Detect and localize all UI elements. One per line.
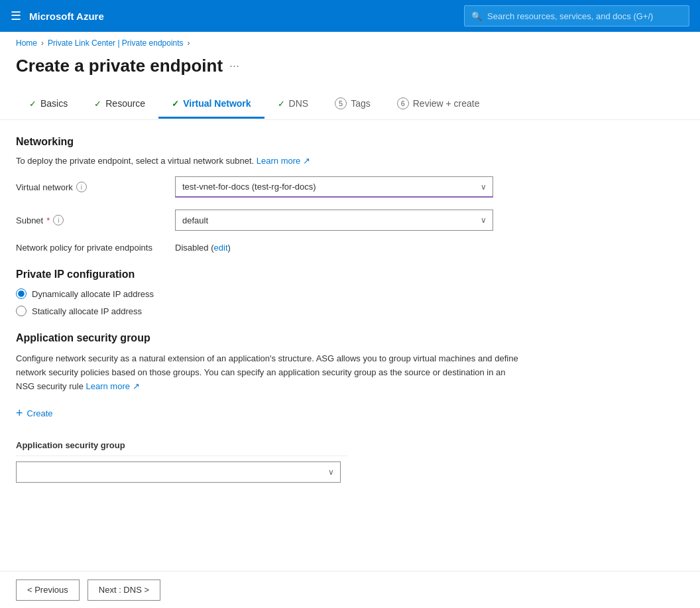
hamburger-icon[interactable]: ☰ bbox=[11, 9, 21, 23]
asg-select-row bbox=[16, 456, 347, 483]
tab-basics[interactable]: ✓ Basics bbox=[16, 90, 81, 119]
search-placeholder: Search resources, services, and docs (G+… bbox=[487, 11, 653, 21]
tab-dns-label: DNS bbox=[289, 98, 309, 109]
search-box[interactable]: 🔍 Search resources, services, and docs (… bbox=[464, 5, 689, 27]
static-ip-option[interactable]: Statically allocate IP address bbox=[16, 306, 581, 316]
tab-bar: ✓ Basics ✓ Resource ✓ Virtual Network ✓ … bbox=[0, 90, 700, 120]
dynamic-ip-radio[interactable] bbox=[16, 288, 27, 299]
tags-num: 5 bbox=[335, 97, 347, 109]
tab-virtual-network-label: Virtual Network bbox=[183, 98, 251, 109]
page-header: Create a private endpoint ··· bbox=[0, 52, 700, 90]
tab-virtual-network[interactable]: ✓ Virtual Network bbox=[158, 90, 264, 119]
breadcrumb-private-link[interactable]: Private Link Center | Private endpoints bbox=[48, 38, 184, 48]
vnet-check-icon: ✓ bbox=[172, 99, 179, 109]
tab-review-create[interactable]: 6 Review + create bbox=[384, 90, 493, 119]
basics-check-icon: ✓ bbox=[29, 99, 36, 109]
tab-resource[interactable]: ✓ Resource bbox=[81, 90, 158, 119]
asg-select[interactable] bbox=[16, 461, 341, 483]
breadcrumb: Home › Private Link Center | Private end… bbox=[0, 32, 700, 52]
resource-check-icon: ✓ bbox=[94, 99, 101, 109]
dynamic-ip-option[interactable]: Dynamically allocate IP address bbox=[16, 288, 581, 299]
subnet-select-wrapper: default bbox=[175, 210, 493, 231]
tab-dns[interactable]: ✓ DNS bbox=[264, 90, 322, 119]
topbar: ☰ Microsoft Azure 🔍 Search resources, se… bbox=[0, 0, 700, 32]
subnet-info-icon[interactable]: i bbox=[53, 215, 64, 225]
tab-tags-label: Tags bbox=[351, 98, 371, 109]
networking-section-title: Networking bbox=[16, 136, 581, 148]
subnet-row: Subnet * i default bbox=[16, 210, 581, 231]
dns-check-icon: ✓ bbox=[278, 99, 285, 109]
content-area: Networking To deploy the private endpoin… bbox=[0, 136, 597, 499]
breadcrumb-sep1: › bbox=[41, 38, 44, 48]
plus-icon: + bbox=[16, 406, 23, 420]
asg-section-title: Application security group bbox=[16, 332, 581, 344]
create-asg-label: Create bbox=[27, 408, 53, 418]
create-asg-button[interactable]: + Create bbox=[16, 404, 53, 423]
tab-review-create-label: Review + create bbox=[413, 98, 480, 109]
virtual-network-row: Virtual network i test-vnet-for-docs (te… bbox=[16, 176, 581, 198]
tab-basics-label: Basics bbox=[40, 98, 68, 109]
asg-table: Application security group bbox=[16, 436, 347, 483]
learn-more-link[interactable]: Learn more ↗ bbox=[257, 156, 310, 166]
breadcrumb-sep2: › bbox=[188, 38, 190, 48]
virtual-network-control: test-vnet-for-docs (test-rg-for-docs) bbox=[175, 176, 493, 198]
network-policy-label: Network policy for private endpoints bbox=[16, 243, 162, 253]
virtual-network-select-wrapper: test-vnet-for-docs (test-rg-for-docs) bbox=[175, 176, 493, 198]
asg-learn-more-link[interactable]: Learn more ↗ bbox=[86, 381, 140, 391]
page-title: Create a private endpoint bbox=[16, 56, 223, 76]
subnet-select[interactable]: default bbox=[175, 210, 493, 231]
breadcrumb-home[interactable]: Home bbox=[16, 38, 37, 48]
subnet-required: * bbox=[46, 215, 50, 225]
app-title: Microsoft Azure bbox=[29, 11, 456, 22]
virtual-network-info-icon[interactable]: i bbox=[76, 182, 87, 192]
private-ip-section-title: Private IP configuration bbox=[16, 269, 581, 280]
network-policy-edit-link[interactable]: edit bbox=[214, 243, 228, 253]
network-policy-value: Disabled (edit) bbox=[175, 243, 231, 253]
asg-select-wrapper bbox=[16, 461, 341, 483]
dynamic-ip-label: Dynamically allocate IP address bbox=[32, 289, 154, 299]
virtual-network-label: Virtual network i bbox=[16, 182, 162, 192]
ip-config-radio-group: Dynamically allocate IP address Statical… bbox=[16, 288, 581, 316]
review-num: 6 bbox=[397, 97, 409, 109]
tab-resource-label: Resource bbox=[105, 98, 145, 109]
search-icon: 🔍 bbox=[471, 11, 482, 21]
tab-tags[interactable]: 5 Tags bbox=[321, 90, 384, 119]
asg-table-header: Application security group bbox=[16, 436, 347, 456]
page-options-icon[interactable]: ··· bbox=[229, 59, 239, 73]
static-ip-label: Statically allocate IP address bbox=[32, 306, 142, 316]
subnet-control: default bbox=[175, 210, 493, 231]
virtual-network-select[interactable]: test-vnet-for-docs (test-rg-for-docs) bbox=[175, 176, 493, 198]
network-policy-row: Network policy for private endpoints Dis… bbox=[16, 243, 581, 253]
asg-description: Configure network security as a natural … bbox=[16, 352, 520, 393]
asg-select-cell bbox=[16, 456, 347, 483]
subnet-label: Subnet * i bbox=[16, 215, 162, 225]
networking-description: To deploy the private endpoint, select a… bbox=[16, 156, 581, 166]
static-ip-radio[interactable] bbox=[16, 306, 27, 316]
